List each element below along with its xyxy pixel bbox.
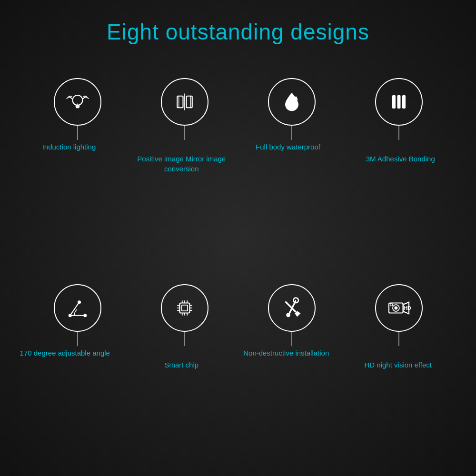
stem-waterproof	[291, 126, 292, 140]
stem-adhesive	[398, 126, 399, 140]
svg-rect-11	[402, 95, 406, 109]
label-chip-spacer	[128, 348, 223, 358]
svg-rect-9	[392, 95, 396, 109]
bottom-icons-row: HD	[10, 284, 466, 346]
label-mirror-image: Positive image Mirror image conversion	[122, 154, 241, 174]
smart-chip-icon-circle	[161, 284, 208, 332]
feature-hd-vision: HD	[351, 284, 446, 346]
non-destructive-icon	[278, 295, 305, 321]
hd-vision-icon: HD	[386, 295, 412, 321]
page: Eight outstanding designs	[0, 0, 476, 476]
stem-induction	[77, 126, 78, 140]
feature-adhesive	[351, 78, 446, 140]
waterproof-icon-circle	[268, 78, 316, 126]
label-induction-spacer	[28, 154, 123, 174]
feature-induction-lighting	[30, 78, 125, 140]
label-waterproof-spacer	[249, 154, 345, 174]
induction-lighting-icon-circle	[54, 78, 101, 126]
bottom-section: HD 170 degree adjustable angle Non-destr…	[10, 279, 466, 466]
svg-point-15	[78, 300, 81, 304]
label-adhesive: 3M Adhesive Bonding	[353, 154, 448, 174]
stem-hd	[398, 332, 399, 346]
label-hd-spacer	[349, 348, 445, 358]
svg-point-38	[390, 303, 392, 306]
svg-point-37	[394, 307, 397, 310]
svg-point-16	[68, 314, 71, 317]
label-non-destructive: Non-destructive installation	[238, 348, 334, 358]
svg-rect-17	[179, 303, 189, 313]
non-destructive-icon-circle	[268, 284, 316, 332]
feature-adjustable-angle	[30, 284, 125, 346]
label-angle-spacer	[30, 360, 126, 370]
label-hd-night-vision: HD night vision effect	[350, 360, 446, 370]
label-waterproof: Full body waterproof	[240, 142, 336, 152]
top-label-row1: Induction lighting Full body waterproof	[10, 142, 466, 152]
adhesive-icon-circle	[375, 78, 423, 126]
stem-angle	[77, 332, 78, 346]
label-smart-chip: Smart chip	[134, 360, 229, 370]
smart-chip-icon	[171, 295, 198, 321]
svg-rect-7	[186, 96, 192, 108]
top-icons-row	[10, 78, 466, 140]
svg-point-14	[83, 314, 87, 317]
adjustable-angle-icon-circle	[54, 284, 101, 332]
adhesive-icon	[386, 89, 412, 115]
feature-smart-chip	[137, 284, 232, 346]
svg-rect-10	[397, 95, 400, 109]
stem-non-destructive	[291, 332, 292, 346]
feature-waterproof	[244, 78, 339, 140]
svg-rect-2	[76, 107, 79, 109]
top-section: Induction lighting Full body waterproof …	[10, 73, 466, 260]
svg-text:HD: HD	[404, 305, 411, 311]
adjustable-angle-icon	[64, 295, 91, 321]
label-non-destructive-spacer	[242, 360, 337, 370]
svg-rect-5	[177, 96, 183, 108]
label-mirror-spacer	[131, 142, 226, 152]
label-adjustable-angle: 170 degree adjustable angle	[17, 348, 112, 358]
stem-mirror	[184, 126, 185, 140]
svg-rect-1	[75, 105, 79, 107]
feature-non-destructive	[244, 284, 339, 346]
label-induction-lighting: Induction lighting	[21, 142, 117, 152]
mirror-image-icon-circle	[161, 78, 208, 126]
induction-lighting-icon	[64, 89, 91, 115]
feature-mirror-image	[137, 78, 232, 140]
bottom-label-row2: Smart chip HD night vision effect	[10, 360, 466, 370]
page-title: Eight outstanding designs	[107, 19, 369, 45]
label-adhesive-spacer	[350, 142, 445, 152]
mirror-image-icon	[171, 89, 198, 115]
waterproof-icon	[278, 89, 305, 115]
stem-chip	[184, 332, 185, 346]
bottom-label-row1: 170 degree adjustable angle Non-destruct…	[10, 348, 466, 358]
top-label-row2: Positive image Mirror image conversion 3…	[10, 154, 466, 174]
svg-rect-18	[181, 305, 187, 311]
hd-vision-icon-circle: HD	[375, 284, 423, 332]
